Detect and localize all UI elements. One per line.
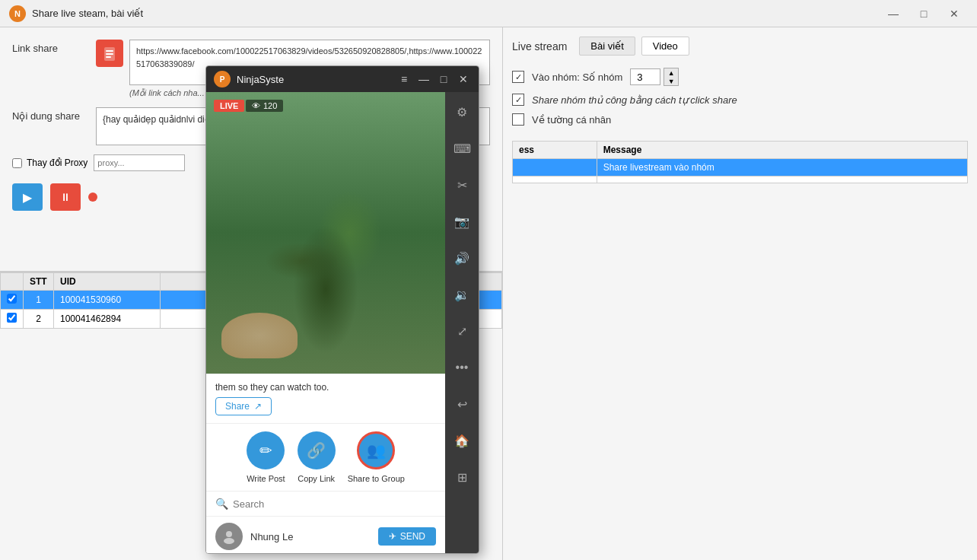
send-label-0: SEND xyxy=(400,531,425,542)
msg-table-row[interactable]: Share livestream vào nhóm xyxy=(513,159,968,177)
share-group-option[interactable]: 👥 Share to Group xyxy=(348,431,405,483)
write-post-label: Write Post xyxy=(247,474,285,483)
maximize-button[interactable]: □ xyxy=(910,2,937,25)
main-area: Link share https://www.facebook.com/1000… xyxy=(0,27,977,560)
row-checkbox-0[interactable] xyxy=(7,294,17,304)
vao-nhom-row: Vào nhóm: Số nhóm ▲ ▼ xyxy=(512,68,968,86)
contact-row-0: Nhung Le ✈ SEND xyxy=(206,516,445,553)
fullscreen-icon[interactable]: ⤢ xyxy=(448,317,476,345)
col-uid: UID xyxy=(54,273,161,291)
views-badge: 👁 120 xyxy=(246,100,283,112)
spinner-up[interactable]: ▲ xyxy=(664,68,678,77)
msg-header-row: ess Message xyxy=(513,142,968,159)
col-stt: STT xyxy=(24,273,54,291)
cell-stt: 1 xyxy=(24,291,54,310)
ninja-maximize-button[interactable]: □ xyxy=(436,73,451,85)
video-area: LIVE 👁 120 xyxy=(206,92,445,374)
share-group-icon: 👥 xyxy=(367,441,386,460)
cell-ess xyxy=(513,159,597,177)
content-label: Nội dung share xyxy=(12,107,96,122)
cell-stt: 2 xyxy=(24,310,54,329)
col-message: Message xyxy=(597,142,967,159)
so-nhom-input[interactable] xyxy=(630,68,660,85)
tab-baiviet[interactable]: Bài viết xyxy=(579,37,635,56)
ninja-close-button[interactable]: ✕ xyxy=(456,73,471,85)
spinner-down[interactable]: ▼ xyxy=(664,77,678,85)
msg-table-row[interactable] xyxy=(513,177,968,183)
proxy-checkbox-label[interactable]: Thay đổi Proxy xyxy=(12,158,88,168)
link-share-icon xyxy=(96,40,123,67)
ninja-main-content: LIVE 👁 120 them so they can watch too. S… xyxy=(206,92,445,553)
ve-tuong-checkbox[interactable] xyxy=(512,113,524,126)
share-group-circle: 👥 xyxy=(357,431,395,469)
settings-icon[interactable]: ⚙ xyxy=(448,98,476,126)
row-checkbox-1[interactable] xyxy=(7,313,17,323)
copy-link-icon: 🔗 xyxy=(307,441,326,460)
ninja-menu-button[interactable]: ≡ xyxy=(396,73,412,85)
write-post-circle: ✏ xyxy=(247,431,285,469)
home-icon[interactable]: 🏠 xyxy=(448,427,476,454)
write-post-option[interactable]: ✏ Write Post xyxy=(247,431,285,483)
messenger-icon-0: ✈ xyxy=(389,531,396,542)
svg-rect-2 xyxy=(106,53,113,55)
ve-tuong-row: Về tường cá nhân xyxy=(512,113,968,126)
volume-down-icon[interactable]: 🔉 xyxy=(448,281,476,308)
share-nhom-row: Share nhóm thủ công bằng cách tự click s… xyxy=(512,94,968,106)
apps-icon[interactable]: ⊞ xyxy=(448,463,476,491)
ninja-minimize-button[interactable]: — xyxy=(416,73,431,85)
svg-point-4 xyxy=(226,531,232,537)
window-title: Share live steam, bài viết xyxy=(32,8,880,19)
cell-msg-text: Share livestream vào nhóm xyxy=(597,159,967,177)
svg-point-5 xyxy=(224,538,234,544)
ninja-titlebar: P NinjaSyste ≡ — □ ✕ xyxy=(206,66,479,92)
share-prompt: them so they can watch too. Share ↗ xyxy=(206,374,445,423)
cell-msg-text xyxy=(597,177,967,183)
camera-icon[interactable]: 📷 xyxy=(448,208,476,235)
search-input[interactable] xyxy=(233,498,436,510)
col-ess: ess xyxy=(513,142,597,159)
proxy-checkbox[interactable] xyxy=(12,158,22,168)
copy-link-circle: 🔗 xyxy=(298,431,336,469)
cell-uid: 100041462894 xyxy=(54,310,161,329)
status-dot xyxy=(88,192,97,202)
vao-nhom-checkbox[interactable] xyxy=(512,71,524,83)
share-nhom-checkbox[interactable] xyxy=(512,94,524,106)
tab-video[interactable]: Video xyxy=(641,37,689,56)
col-check xyxy=(1,273,24,291)
title-bar: N Share live steam, bài viết — □ ✕ xyxy=(0,0,977,27)
share-inline-button[interactable]: Share ↗ xyxy=(215,397,272,415)
app-icon: N xyxy=(9,5,26,22)
back-icon[interactable]: ↩ xyxy=(448,390,476,418)
cell-check xyxy=(1,310,24,329)
share-arrow-icon: ↗ xyxy=(254,401,262,412)
views-count: 120 xyxy=(263,101,277,110)
pause-button[interactable]: ⏸ xyxy=(50,183,81,211)
minimize-button[interactable]: — xyxy=(880,2,907,25)
contact-name-0: Nhung Le xyxy=(250,531,371,542)
volume-up-icon[interactable]: 🔊 xyxy=(448,244,476,272)
link-share-label: Link share xyxy=(12,40,96,54)
search-area: 🔍 xyxy=(206,491,445,516)
copy-link-option[interactable]: 🔗 Copy Link xyxy=(298,431,336,483)
send-button-0[interactable]: ✈ SEND xyxy=(378,527,436,546)
proxy-input[interactable] xyxy=(94,154,185,171)
proxy-label: Thay đổi Proxy xyxy=(27,158,88,168)
ninja-body: LIVE 👁 120 them so they can watch too. S… xyxy=(206,92,479,553)
share-inline-label: Share xyxy=(225,401,250,412)
live-badge: LIVE xyxy=(214,100,244,112)
cell-check xyxy=(1,291,24,310)
write-post-icon: ✏ xyxy=(259,441,272,460)
ninja-controls: ≡ — □ ✕ xyxy=(396,73,471,85)
keyboard-icon[interactable]: ⌨ xyxy=(448,135,476,162)
more-icon[interactable]: ••• xyxy=(448,354,476,381)
ninja-window: P NinjaSyste ≡ — □ ✕ LIVE 👁 120 xyxy=(205,65,479,554)
close-button[interactable]: ✕ xyxy=(940,2,968,25)
message-table: ess Message Share livestream vào nhóm xyxy=(512,141,968,183)
tab-livestream-label: Live stream xyxy=(512,40,567,52)
copy-link-label: Copy Link xyxy=(298,474,335,483)
message-area: ess Message Share livestream vào nhóm xyxy=(512,141,968,183)
ninja-logo: P xyxy=(214,71,231,88)
cell-ess xyxy=(513,177,597,183)
cut-icon[interactable]: ✂ xyxy=(448,171,476,199)
play-button[interactable]: ▶ xyxy=(12,183,43,211)
